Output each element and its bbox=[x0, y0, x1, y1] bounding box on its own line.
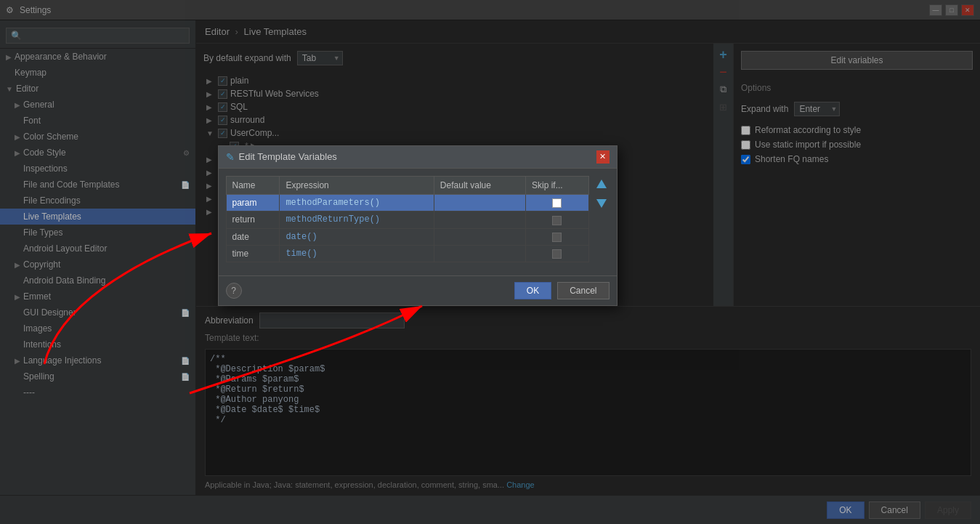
dialog-table-container: Name Expression Default value Skip if...… bbox=[226, 176, 589, 268]
skip-checkbox bbox=[552, 233, 562, 242]
var-default bbox=[434, 194, 525, 211]
dialog-title-text: Edit Template Variables bbox=[239, 151, 337, 162]
var-expression: methodParameters() bbox=[280, 194, 434, 211]
var-default bbox=[434, 245, 525, 262]
var-name: time bbox=[226, 245, 280, 262]
var-default bbox=[434, 228, 525, 245]
help-button[interactable]: ? bbox=[226, 283, 242, 299]
skip-checkbox bbox=[552, 198, 562, 208]
col-default: Default value bbox=[434, 176, 525, 194]
move-down-button[interactable] bbox=[595, 197, 608, 214]
dialog-bottom: ? OK Cancel bbox=[219, 275, 617, 305]
skip-checkbox bbox=[552, 216, 562, 225]
var-skip[interactable] bbox=[525, 211, 588, 228]
var-expression: time() bbox=[280, 245, 434, 262]
dialog-title-bar: ✎ Edit Template Variables ✕ bbox=[219, 146, 617, 169]
dialog-title-content: ✎ Edit Template Variables bbox=[226, 151, 337, 163]
var-name: return bbox=[226, 211, 280, 228]
table-row[interactable]: param methodParameters() bbox=[226, 194, 588, 211]
var-expression: methodReturnType() bbox=[280, 211, 434, 228]
table-row[interactable]: date date() bbox=[226, 228, 588, 245]
var-skip[interactable] bbox=[525, 228, 588, 245]
table-row[interactable]: return methodReturnType() bbox=[226, 211, 588, 228]
dialog-ok-button[interactable]: OK bbox=[514, 282, 551, 299]
edit-template-dialog: ✎ Edit Template Variables ✕ Name Express… bbox=[218, 145, 617, 306]
skip-checkbox bbox=[552, 249, 562, 259]
var-skip[interactable] bbox=[525, 194, 588, 211]
col-expression: Expression bbox=[280, 176, 434, 194]
move-up-button[interactable] bbox=[595, 177, 608, 194]
svg-marker-0 bbox=[596, 180, 607, 188]
dialog-close-button[interactable]: ✕ bbox=[596, 150, 610, 164]
dialog-body: Name Expression Default value Skip if...… bbox=[226, 176, 610, 268]
table-row[interactable]: time time() bbox=[226, 245, 588, 262]
svg-marker-1 bbox=[596, 199, 607, 208]
variables-table: Name Expression Default value Skip if...… bbox=[226, 176, 589, 262]
dialog-overlay: ✎ Edit Template Variables ✕ Name Express… bbox=[0, 0, 980, 524]
col-skip: Skip if... bbox=[525, 176, 588, 194]
dialog-title-icon: ✎ bbox=[226, 151, 235, 163]
var-default bbox=[434, 211, 525, 228]
var-expression: date() bbox=[280, 228, 434, 245]
var-name: param bbox=[226, 194, 280, 211]
col-name: Name bbox=[226, 176, 280, 194]
dialog-content: Name Expression Default value Skip if...… bbox=[219, 169, 617, 275]
dialog-arrows bbox=[594, 176, 610, 268]
dialog-cancel-button[interactable]: Cancel bbox=[557, 282, 609, 299]
var-skip[interactable] bbox=[525, 245, 588, 262]
var-name: date bbox=[226, 228, 280, 245]
